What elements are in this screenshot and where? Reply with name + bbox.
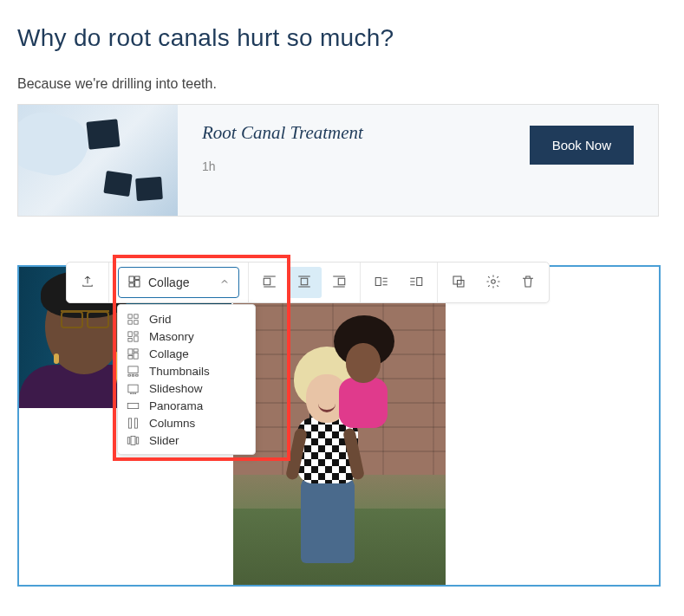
align-center-button[interactable] (287, 267, 322, 298)
link-icon (451, 274, 466, 292)
svg-rect-11 (128, 338, 132, 341)
gallery-toolbar: Collage Grid Masonry Collage (66, 262, 550, 303)
align-right-button[interactable] (322, 267, 356, 298)
layout-option-label: Columns (149, 417, 195, 430)
svg-rect-27 (127, 437, 130, 444)
service-card: Root Canal Treatment 1h Book Now (17, 104, 659, 217)
collage-icon (127, 347, 142, 360)
layout-option-thumbnails[interactable]: Thumbnails (118, 362, 255, 379)
upload-button[interactable] (70, 267, 105, 298)
masonry-icon (127, 330, 142, 343)
svg-rect-15 (128, 355, 133, 359)
svg-rect-14 (134, 353, 138, 359)
chevron-up-icon (219, 276, 230, 289)
service-duration: 1h (202, 159, 363, 173)
svg-rect-3 (129, 283, 134, 287)
align-left-icon (262, 274, 277, 292)
svg-rect-25 (129, 418, 132, 427)
layout-option-label: Thumbnails (149, 365, 210, 378)
layout-option-columns[interactable]: Columns (118, 414, 255, 431)
slideshow-icon (127, 382, 142, 395)
svg-rect-48 (458, 280, 465, 287)
svg-point-22 (133, 392, 134, 393)
align-right-icon (331, 274, 347, 292)
svg-rect-7 (134, 320, 138, 323)
layout-option-masonry[interactable]: Masonry (118, 327, 255, 345)
align-center-icon (296, 274, 312, 292)
delete-button[interactable] (511, 267, 545, 298)
svg-rect-12 (128, 348, 133, 353)
svg-rect-24 (127, 403, 139, 408)
page-subtitle: Because we're drilling into teeth. (17, 76, 667, 92)
svg-rect-8 (128, 331, 132, 336)
settings-button[interactable] (476, 267, 511, 298)
service-title: Root Canal Treatment (202, 122, 363, 144)
wrap-left-button[interactable] (364, 267, 399, 298)
gear-icon (485, 274, 501, 292)
layout-option-grid[interactable]: Grid (118, 310, 255, 327)
wrap-right-icon (408, 274, 424, 292)
panorama-icon (127, 399, 142, 412)
thumbnails-icon (127, 365, 142, 378)
layout-option-panorama[interactable]: Panorama (118, 397, 255, 414)
slider-icon (127, 434, 142, 447)
collage-icon (127, 275, 141, 291)
gallery-image-2 (233, 267, 446, 587)
svg-point-23 (135, 392, 136, 393)
svg-rect-9 (134, 331, 138, 334)
svg-rect-17 (128, 374, 131, 376)
svg-rect-18 (132, 374, 134, 376)
svg-rect-2 (135, 280, 140, 286)
layout-option-slider[interactable]: Slider (118, 431, 255, 449)
svg-rect-10 (134, 335, 138, 340)
svg-point-49 (492, 279, 496, 283)
svg-point-21 (131, 392, 132, 393)
layout-dropdown-menu: Grid Masonry Collage Thumbnails (117, 304, 256, 455)
service-image (18, 105, 178, 216)
svg-rect-20 (128, 385, 138, 392)
svg-rect-5 (134, 314, 138, 317)
svg-rect-1 (135, 276, 140, 279)
upload-icon (80, 274, 95, 292)
svg-rect-36 (338, 278, 345, 285)
layout-selected-label: Collage (148, 276, 189, 289)
svg-rect-29 (136, 437, 139, 444)
svg-rect-6 (128, 320, 132, 323)
svg-rect-28 (131, 436, 135, 444)
trash-icon (520, 274, 536, 292)
svg-rect-16 (128, 366, 138, 373)
gallery-block[interactable] (17, 265, 661, 587)
layout-option-label: Panorama (149, 399, 203, 412)
svg-rect-13 (134, 348, 138, 351)
svg-rect-0 (129, 276, 134, 282)
layout-option-slideshow[interactable]: Slideshow (118, 379, 255, 397)
layout-option-label: Collage (149, 347, 189, 360)
layout-option-collage[interactable]: Collage (118, 345, 255, 362)
wrap-right-button[interactable] (399, 267, 433, 298)
grid-icon (127, 313, 142, 326)
layout-option-label: Slider (149, 434, 179, 447)
svg-rect-26 (134, 418, 137, 427)
svg-rect-4 (128, 314, 132, 317)
layout-dropdown[interactable]: Collage Grid Masonry Collage (118, 267, 239, 298)
svg-rect-39 (375, 277, 381, 285)
link-button[interactable] (441, 267, 476, 298)
svg-rect-30 (264, 278, 270, 285)
align-left-button[interactable] (252, 267, 287, 298)
book-now-button[interactable]: Book Now (530, 126, 634, 165)
wrap-left-icon (374, 274, 389, 292)
layout-option-label: Slideshow (149, 382, 203, 395)
columns-icon (127, 417, 142, 430)
page-heading: Why do root canals hurt so much? (17, 24, 667, 52)
layout-option-label: Grid (149, 313, 172, 326)
svg-rect-33 (301, 278, 308, 285)
svg-rect-43 (417, 277, 422, 285)
layout-option-label: Masonry (149, 330, 194, 343)
svg-rect-19 (136, 374, 139, 376)
